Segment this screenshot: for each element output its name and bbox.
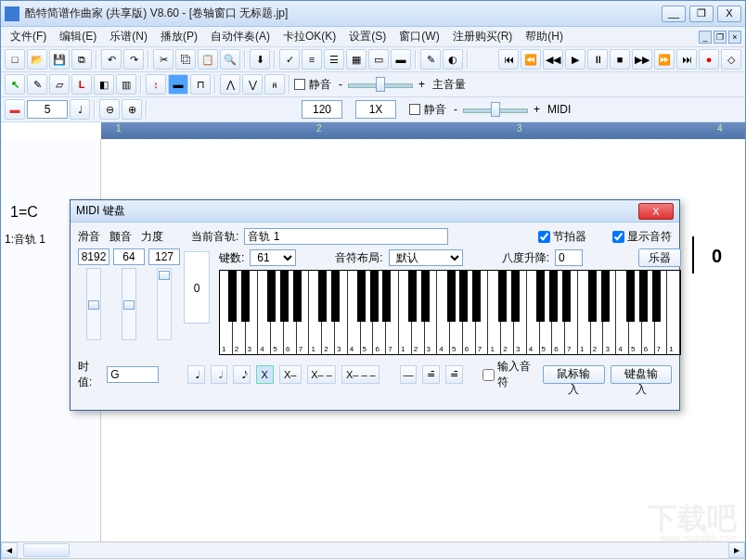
list-icon[interactable]: ☰ <box>324 49 344 70</box>
bars-icon[interactable]: ≡ <box>302 49 322 70</box>
maximize-button[interactable]: ❐ <box>689 6 714 22</box>
black-key[interactable] <box>408 271 417 322</box>
play-icon[interactable]: ▶ <box>565 49 585 70</box>
input-note-checkbox[interactable]: 输入音符 <box>482 359 537 390</box>
scroll-thumb[interactable] <box>23 543 70 557</box>
note-btn-1[interactable]: 𝅘𝅥 <box>187 365 205 384</box>
velocity-slider[interactable] <box>157 268 172 340</box>
scroll-left-icon[interactable]: ◂ <box>1 542 18 558</box>
current-track-input[interactable] <box>244 228 448 245</box>
black-key[interactable] <box>472 271 481 322</box>
copy-icon[interactable]: ⿻ <box>175 49 196 70</box>
panel-icon[interactable]: ▭ <box>368 49 389 70</box>
tool6-icon[interactable]: ▥ <box>116 74 136 95</box>
menu-register[interactable]: 注册购买(R) <box>447 27 519 46</box>
black-key[interactable] <box>331 271 340 322</box>
grid-icon[interactable]: ▦ <box>346 49 367 70</box>
menu-karaoke[interactable]: 卡拉OK(K) <box>277 27 341 46</box>
spin-input[interactable] <box>27 100 68 119</box>
stop-icon[interactable]: ■ <box>610 49 630 70</box>
note-btn-2[interactable]: 𝅗𝅥 <box>211 365 228 384</box>
black-key[interactable] <box>652 271 661 322</box>
black-key[interactable] <box>588 271 597 322</box>
zoomout-icon[interactable]: ⊖ <box>99 99 120 120</box>
fwd-icon[interactable]: ▶▶ <box>632 49 652 70</box>
note-btn-7[interactable]: X– – – <box>341 365 379 384</box>
mdi-minimize[interactable]: _ <box>699 31 712 44</box>
find-icon[interactable]: 🔍 <box>220 49 240 70</box>
record-icon[interactable]: ● <box>699 49 719 70</box>
last-icon[interactable]: ⏭ <box>676 49 697 70</box>
keyboard-input-button[interactable]: 键盘输入 <box>611 365 672 384</box>
black-key[interactable] <box>357 271 366 322</box>
lyric-icon[interactable]: L <box>71 74 92 95</box>
tuning-icon[interactable]: ♩ <box>70 99 90 120</box>
black-key[interactable] <box>241 271 250 322</box>
note-btn-8[interactable]: — <box>400 365 418 384</box>
note-btn-10[interactable]: =̄̄ <box>445 365 463 384</box>
black-key[interactable] <box>370 271 379 322</box>
rest-box[interactable]: 0 <box>184 251 210 324</box>
dialog-titlebar[interactable]: MIDI 键盘 X <box>71 200 679 223</box>
black-key[interactable] <box>626 271 635 322</box>
metronome-checkbox[interactable]: 节拍器 <box>538 229 586 245</box>
note-btn-4[interactable]: X <box>256 365 274 384</box>
vibrato-slider[interactable] <box>122 268 136 340</box>
merge-icon[interactable]: ⋀ <box>220 74 240 95</box>
hscrollbar[interactable]: ◂ ▸ <box>1 541 745 558</box>
minimize-button[interactable]: __ <box>662 6 686 22</box>
note-btn-5[interactable]: X– <box>279 365 302 384</box>
black-key[interactable] <box>511 271 520 322</box>
split-icon[interactable]: ⋁ <box>242 74 263 95</box>
black-key[interactable] <box>280 271 289 322</box>
speed-input[interactable] <box>355 100 396 119</box>
menu-edit[interactable]: 编辑(E) <box>54 27 102 46</box>
master-volume-slider[interactable] <box>348 76 413 93</box>
black-key[interactable] <box>498 271 507 322</box>
loop-icon[interactable]: ◇ <box>721 49 741 70</box>
redbar-icon[interactable]: ▬ <box>5 99 25 120</box>
note-btn-9[interactable]: =̄ <box>422 365 440 384</box>
mark-icon[interactable]: ✓ <box>279 49 300 70</box>
save-icon[interactable]: 💾 <box>49 49 70 70</box>
menu-play[interactable]: 播放(P) <box>155 27 203 46</box>
black-key[interactable] <box>421 271 430 322</box>
mute2-checkbox[interactable] <box>409 104 420 115</box>
menu-file[interactable]: 文件(F) <box>5 27 52 46</box>
note-btn-6[interactable]: X– – <box>307 365 337 384</box>
octave-input[interactable] <box>555 249 583 266</box>
prev-icon[interactable]: ⏪ <box>521 49 541 70</box>
menu-accomp[interactable]: 自动伴奏(A) <box>205 27 276 46</box>
pause-icon[interactable]: ⏸ <box>587 49 608 70</box>
rew-icon[interactable]: ◀◀ <box>543 49 563 70</box>
dialog-close-button[interactable]: X <box>638 203 674 220</box>
eraser-icon[interactable]: ▱ <box>49 74 70 95</box>
midi-volume-slider[interactable] <box>463 101 528 118</box>
cut-icon[interactable]: ✂ <box>153 49 174 70</box>
paste-icon[interactable]: 📋 <box>198 49 218 70</box>
black-key[interactable] <box>639 271 648 322</box>
first-icon[interactable]: ⏮ <box>498 49 519 70</box>
black-key[interactable] <box>601 271 610 322</box>
note-btn-3[interactable]: 𝅘𝅥𝅮 <box>233 365 251 384</box>
bluebox-icon[interactable]: ▬ <box>168 74 188 95</box>
black-key[interactable] <box>447 271 456 322</box>
mdi-restore[interactable]: ❐ <box>714 31 727 44</box>
show-notes-checkbox[interactable]: 显示音符 <box>612 229 672 245</box>
redo-icon[interactable]: ↷ <box>123 49 144 70</box>
black-key[interactable] <box>536 271 545 322</box>
updown-icon[interactable]: ↕ <box>146 74 166 95</box>
next-icon[interactable]: ⏩ <box>654 49 675 70</box>
piano-keyboard[interactable]: 123456712345671234567123456712345671 <box>219 270 681 355</box>
black-key[interactable] <box>549 271 558 322</box>
mouse-input-button[interactable]: 鼠标输入 <box>543 365 604 384</box>
vibrato-input[interactable] <box>113 248 145 265</box>
white-key[interactable]: 1 <box>667 271 680 354</box>
pitchbend-input[interactable] <box>78 248 109 265</box>
tool5-icon[interactable]: ◧ <box>94 74 114 95</box>
scroll-right-icon[interactable]: ▸ <box>728 542 745 558</box>
saveall-icon[interactable]: ⧉ <box>71 49 92 70</box>
brush-icon[interactable]: ✎ <box>420 49 441 70</box>
black-key[interactable] <box>228 271 237 322</box>
velocity-input[interactable] <box>148 248 180 265</box>
